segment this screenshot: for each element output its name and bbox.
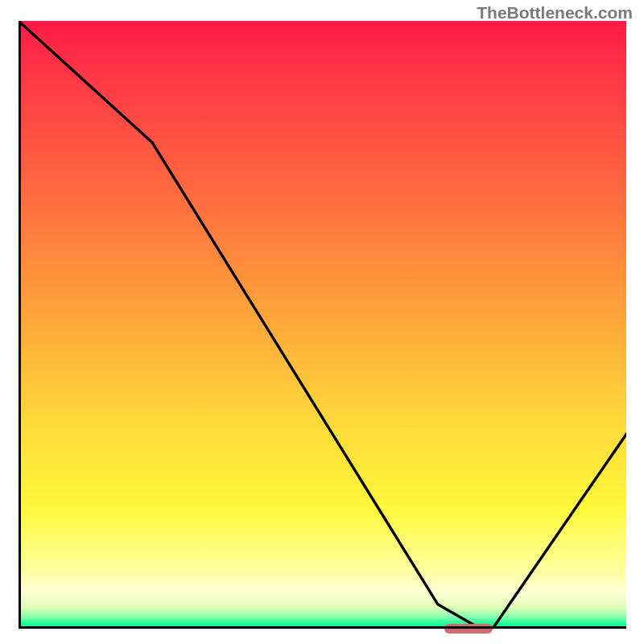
attribution-watermark: TheBottleneck.com: [477, 3, 633, 23]
gradient-background: [19, 21, 626, 629]
optimal-marker: [444, 624, 493, 634]
chart-container: TheBottleneck.com: [0, 0, 644, 644]
plot-area: [19, 21, 626, 629]
